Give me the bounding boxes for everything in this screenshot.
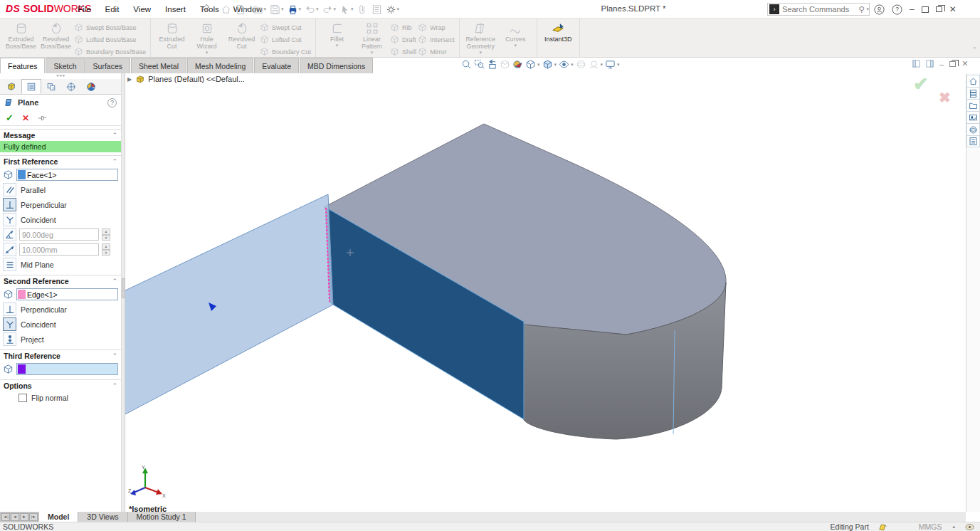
tab-evaluate[interactable]: Evaluate xyxy=(254,58,299,73)
dropdown-caret[interactable]: ▾ xyxy=(617,62,620,68)
flip-normal-checkbox[interactable] xyxy=(19,394,27,402)
ribbon-button-draft[interactable]: Draft xyxy=(390,33,416,46)
tab-prev-button[interactable]: ◄ xyxy=(11,513,19,521)
window-close-icon[interactable]: ✕ xyxy=(961,59,968,68)
minimize-button[interactable]: – xyxy=(910,4,915,14)
zoom-to-area-icon[interactable] xyxy=(474,59,485,70)
model-viewport[interactable]: Y X Z xyxy=(125,73,966,512)
dropdown-caret[interactable]: ▾ xyxy=(206,50,209,55)
dropdown-caret[interactable]: ▾ xyxy=(554,62,557,68)
restore-button[interactable] xyxy=(936,6,942,12)
confirm-cancel-icon[interactable]: ✖ xyxy=(939,89,951,106)
option-coincident[interactable]: Coincident xyxy=(0,212,121,227)
dropdown-caret[interactable]: ▾ xyxy=(479,50,482,55)
tab-surfaces[interactable]: Surfaces xyxy=(85,58,130,73)
fullscreen-button[interactable] xyxy=(922,6,929,13)
taskpane-file-explorer[interactable] xyxy=(966,99,980,111)
status-units[interactable]: MMGS xyxy=(919,522,942,531)
reference-plane[interactable] xyxy=(125,194,333,415)
redo-icon[interactable]: ▾ xyxy=(321,1,338,17)
dropdown-caret[interactable]: ▾ xyxy=(514,43,517,48)
option-perpendicular[interactable]: Perpendicular xyxy=(0,302,121,317)
panel-tab-dimxpert-manager[interactable] xyxy=(61,79,81,94)
dropdown-caret[interactable]: ▾ xyxy=(371,50,374,55)
dropdown-caret[interactable]: ▾ xyxy=(397,6,400,12)
dropdown-caret[interactable]: ▾ xyxy=(334,6,337,12)
pm-help-icon[interactable]: ? xyxy=(107,98,117,107)
panel-tab-configuration-manager[interactable] xyxy=(41,79,61,94)
open-icon[interactable]: ▾ xyxy=(251,1,268,17)
ribbon-button-extruded-boss-base[interactable]: Extruded Boss/Base xyxy=(4,20,38,50)
doc-tab-3d-views[interactable]: 3D Views xyxy=(78,512,127,522)
keep-visible-pin-icon[interactable] xyxy=(38,115,47,122)
flip-normal-option[interactable]: Flip normal xyxy=(0,391,121,405)
perp-icon[interactable] xyxy=(3,303,16,316)
confirm-ok-icon[interactable]: ✔ xyxy=(913,73,929,95)
search-icon[interactable]: ⚲ xyxy=(858,5,864,14)
taskpane-solidworks-resources[interactable] xyxy=(966,75,980,87)
selection-field[interactable]: Edge<1> xyxy=(16,288,118,300)
proplist-icon[interactable] xyxy=(370,1,384,17)
ribbon-button-boundary-boss-base[interactable]: Boundary Boss/Base xyxy=(74,46,146,58)
undo-icon[interactable]: ▾ xyxy=(303,1,320,17)
view-settings-icon[interactable]: ▾ xyxy=(589,59,604,70)
menu-file[interactable]: File xyxy=(71,0,98,19)
coinc-icon[interactable] xyxy=(3,213,16,226)
tab-first-button[interactable]: ◄| xyxy=(1,513,10,521)
option-perpendicular[interactable]: Perpendicular xyxy=(0,197,121,212)
spinner[interactable]: ▲▼ xyxy=(102,228,110,241)
dropdown-caret[interactable]: ▾ xyxy=(316,6,319,12)
tab-mesh-modeling[interactable]: Mesh Modeling xyxy=(187,58,253,73)
menu-insert[interactable]: Insert xyxy=(159,0,192,19)
cancel-button[interactable]: ✕ xyxy=(22,113,29,123)
section-header-first-reference[interactable]: First Reference⌃ xyxy=(0,155,121,167)
dropdown-caret[interactable]: ▾ xyxy=(246,6,249,12)
taskpane-design-library[interactable] xyxy=(966,87,980,99)
hide-show-items-icon[interactable]: ▾ xyxy=(559,59,574,70)
ribbon-button-reference-geometry[interactable]: Reference Geometry▾ xyxy=(464,20,497,55)
midplane-icon[interactable] xyxy=(3,258,16,271)
ribbon-button-fillet[interactable]: Fillet▾ xyxy=(320,20,354,48)
pane-left-icon[interactable] xyxy=(912,60,920,68)
collapse-ribbon-icon[interactable]: ˆ xyxy=(974,47,976,55)
help-icon[interactable]: ? xyxy=(892,4,902,15)
display-style-icon[interactable]: ▾ xyxy=(542,59,557,70)
ok-button[interactable]: ✓ xyxy=(6,112,14,123)
ribbon-button-rib[interactable]: Rib xyxy=(390,21,416,33)
section-header-message[interactable]: Message⌃ xyxy=(0,129,121,140)
dropdown-caret[interactable]: ▾ xyxy=(264,6,267,12)
search-caret-icon[interactable]: ▾ xyxy=(866,6,869,12)
newdoc-icon[interactable]: ▾ xyxy=(233,1,251,17)
dropdown-caret[interactable]: ▾ xyxy=(281,6,284,12)
option-mid-plane[interactable]: Mid Plane xyxy=(0,257,121,272)
ribbon-button-revolved-cut[interactable]: Revolved Cut xyxy=(225,20,258,50)
panel-tab-display-manager[interactable] xyxy=(81,79,101,94)
doc-tab-model[interactable]: Model xyxy=(39,512,78,522)
tab-sketch[interactable]: Sketch xyxy=(46,58,84,73)
home-icon[interactable] xyxy=(219,1,233,17)
ribbon-button-extruded-cut[interactable]: Extruded Cut xyxy=(155,20,189,50)
ribbon-button-instant3d[interactable]: Instant3D xyxy=(542,20,575,43)
option-parallel[interactable]: Parallel xyxy=(0,182,121,197)
ribbon-button-linear-pattern[interactable]: Linear Pattern▾ xyxy=(355,20,389,55)
panel-tab-property-manager[interactable] xyxy=(21,79,41,94)
dropdown-caret[interactable]: ▾ xyxy=(571,62,574,68)
angle-input[interactable]: 90.00deg xyxy=(19,228,99,241)
section-view-icon[interactable] xyxy=(500,59,510,70)
ribbon-button-swept-boss-base[interactable]: Swept Boss/Base xyxy=(74,21,146,33)
dropdown-caret[interactable]: ▾ xyxy=(336,43,339,48)
options-display-icon[interactable]: ▾ xyxy=(605,59,620,70)
selection-field[interactable]: Face<1> xyxy=(16,169,118,181)
search-input[interactable] xyxy=(782,5,858,14)
option-project[interactable]: Project xyxy=(0,332,121,347)
ribbon-button-lofted-cut[interactable]: Lofted Cut xyxy=(260,33,311,46)
menu-edit[interactable]: Edit xyxy=(99,0,126,19)
ribbon-button-swept-cut[interactable]: Swept Cut xyxy=(260,21,311,33)
tab-next-button[interactable]: ► xyxy=(20,513,28,521)
ribbon-button-intersect[interactable]: Intersect xyxy=(418,33,455,46)
apply-scene-icon[interactable] xyxy=(576,59,586,70)
pane-right-icon[interactable] xyxy=(926,60,934,68)
account-icon[interactable] xyxy=(874,4,885,15)
tab-sheet-metal[interactable]: Sheet Metal xyxy=(131,58,186,73)
edit-appearance-icon[interactable] xyxy=(512,59,523,70)
